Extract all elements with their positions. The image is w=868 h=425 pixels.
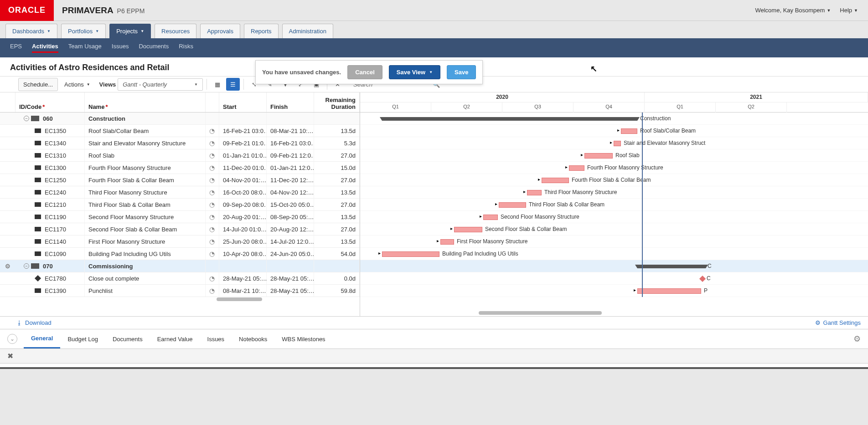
task-bar[interactable] [621, 128, 637, 134]
discussion-icon[interactable]: ◔ [209, 127, 215, 134]
tab-documents[interactable]: Documents [105, 330, 150, 348]
summary-bar[interactable] [382, 117, 637, 121]
table-body[interactable]: −060ConstructionEC1350Roof Slab/Collar B… [0, 113, 360, 297]
scrollbar-thumb[interactable] [479, 311, 602, 315]
discussion-icon[interactable]: ◔ [209, 139, 215, 147]
collapse-icon[interactable]: − [24, 263, 29, 269]
gantt-row[interactable]: Construction [360, 113, 868, 125]
activity-row[interactable]: EC1350Roof Slab/Collar Beam◔16-Feb-21 03… [0, 125, 360, 137]
activity-row[interactable]: EC1300Fourth Floor Masonry Structure◔11-… [0, 162, 360, 174]
cell-discussion[interactable]: ◔ [206, 125, 219, 137]
discussion-icon[interactable]: ◔ [209, 152, 215, 159]
cell-discussion[interactable]: ◔ [206, 199, 219, 210]
cancel-button[interactable]: Cancel [347, 65, 382, 79]
activity-row[interactable]: EC1170Second Floor Slab & Collar Beam◔14… [0, 223, 360, 236]
tab-approvals[interactable]: Approvals [200, 24, 240, 38]
discussion-icon[interactable]: ◔ [209, 213, 215, 220]
activity-row[interactable]: EC1310Roof Slab◔01-Jan-21 01:0…09-Feb-21… [0, 149, 360, 162]
help-menu[interactable]: Help▼ [840, 7, 858, 14]
tab-dashboards[interactable]: Dashboards▼ [5, 24, 57, 38]
tab-projects[interactable]: Projects▼ [109, 24, 151, 38]
scrollbar-thumb[interactable] [217, 297, 262, 301]
activity-row[interactable]: EC1190Second Floor Masonry Structure◔20-… [0, 211, 360, 223]
gantt-hscrollbar[interactable] [360, 311, 868, 315]
task-bar[interactable] [542, 178, 569, 183]
col-header-start[interactable]: Start [219, 92, 267, 112]
tab-issues[interactable]: Issues [200, 330, 232, 348]
gantt-row[interactable]: C [360, 272, 868, 285]
tab-administration[interactable]: Administration [282, 24, 333, 38]
activity-row[interactable]: EC1090Building Pad Including UG Utils◔10… [0, 248, 360, 260]
gantt-row[interactable]: ▸Third Floor Masonry Structure [360, 186, 868, 199]
tab-reports[interactable]: Reports [244, 24, 279, 38]
cell-discussion[interactable]: ◔ [206, 285, 219, 297]
welcome-user-menu[interactable]: Welcome, Kay Bosompem▼ [755, 7, 831, 14]
cell-discussion[interactable]: ◔ [206, 186, 219, 198]
task-bar[interactable] [637, 288, 701, 294]
discussion-icon[interactable]: ◔ [209, 189, 215, 196]
collapse-icon[interactable]: − [24, 116, 29, 121]
cell-discussion[interactable] [206, 260, 219, 272]
details-settings-icon[interactable]: ⚙ [853, 334, 861, 344]
activity-row[interactable]: EC1140First Floor Masonry Structure◔25-J… [0, 236, 360, 248]
task-bar[interactable] [527, 190, 542, 195]
col-header-id[interactable]: ID/Code* [16, 92, 85, 112]
milestone-marker[interactable] [699, 276, 706, 282]
wbs-row[interactable]: −060Construction [0, 113, 360, 125]
discussion-icon[interactable]: ◔ [209, 287, 215, 294]
gantt-row[interactable]: ▸Building Pad Including UG Utils [360, 248, 868, 260]
wbs-row[interactable]: ⚙−070Commissioning [0, 260, 360, 272]
cell-discussion[interactable]: ◔ [206, 223, 219, 235]
col-header-name[interactable]: Name* [85, 92, 206, 112]
cell-discussion[interactable]: ◔ [206, 211, 219, 223]
cell-discussion[interactable]: ◔ [206, 248, 219, 260]
actions-menu[interactable]: Actions▼ [60, 78, 95, 91]
gantt-row[interactable]: ▸Roof Slab [360, 149, 868, 162]
grid-view-icon[interactable]: ▦ [211, 78, 224, 91]
task-bar[interactable] [499, 202, 526, 208]
discussion-icon[interactable]: ◔ [209, 201, 215, 208]
col-header-finish[interactable]: Finish [267, 92, 314, 112]
tab-resources[interactable]: Resources [155, 24, 196, 38]
gantt-row[interactable]: ▸Fourth Floor Masonry Structure [360, 162, 868, 174]
gantt-row[interactable]: ▸Stair and Elevator Masonry Struct [360, 137, 868, 149]
gantt-settings-link[interactable]: ⚙Gantt Settings [815, 319, 861, 326]
gantt-row[interactable]: ▸Third Floor Slab & Collar Beam [360, 199, 868, 211]
subtab-eps[interactable]: EPS [10, 43, 22, 53]
subtab-team-usage[interactable]: Team Usage [68, 43, 102, 53]
schedule-button[interactable]: Schedule... [18, 78, 58, 91]
activity-row[interactable]: EC1340Stair and Elevator Masonry Structu… [0, 137, 360, 149]
activity-row[interactable]: EC1210Third Floor Slab & Collar Beam◔09-… [0, 199, 360, 211]
activity-row[interactable]: EC1240Third Floor Masonry Structure◔16-O… [0, 186, 360, 199]
gantt-body[interactable]: Construction▸Roof Slab/Collar Beam▸Stair… [360, 113, 868, 297]
gantt-row[interactable]: ▸P [360, 285, 868, 297]
save-view-button[interactable]: Save View▼ [389, 65, 440, 79]
row-gear-icon[interactable]: ⚙ [5, 263, 10, 270]
task-bar[interactable] [614, 141, 621, 146]
gantt-view-icon[interactable]: ☰ [226, 78, 240, 91]
discussion-icon[interactable]: ◔ [209, 275, 215, 282]
view-selector[interactable]: Gantt - Quarterly▼ [118, 78, 203, 91]
cell-discussion[interactable]: ◔ [206, 162, 219, 174]
gantt-row[interactable]: C [360, 260, 868, 272]
task-bar[interactable] [584, 153, 613, 159]
customize-icon[interactable]: ✖ [7, 352, 13, 360]
discussion-icon[interactable]: ◔ [209, 225, 215, 233]
task-bar[interactable] [440, 239, 454, 245]
activity-row[interactable]: EC1780Close out complete◔28-May-21 05:…2… [0, 272, 360, 285]
subtab-issues[interactable]: Issues [112, 43, 129, 53]
task-bar[interactable] [483, 215, 498, 220]
cell-discussion[interactable] [206, 113, 219, 124]
subtab-documents[interactable]: Documents [139, 43, 169, 53]
gantt-row[interactable]: ▸Second Floor Slab & Collar Beam [360, 223, 868, 236]
col-header-duration[interactable]: Remaining Duration [314, 92, 360, 112]
tab-wbs-milestones[interactable]: WBS Milestones [274, 330, 332, 348]
save-button[interactable]: Save [447, 65, 476, 79]
download-link[interactable]: ⭳Download [16, 319, 52, 326]
subtab-activities[interactable]: Activities [32, 43, 58, 53]
task-bar[interactable] [569, 165, 584, 171]
cell-discussion[interactable]: ◔ [206, 137, 219, 149]
table-hscrollbar[interactable] [0, 297, 360, 302]
gantt-row[interactable]: ▸First Floor Masonry Structure [360, 236, 868, 248]
discussion-icon[interactable]: ◔ [209, 164, 215, 171]
